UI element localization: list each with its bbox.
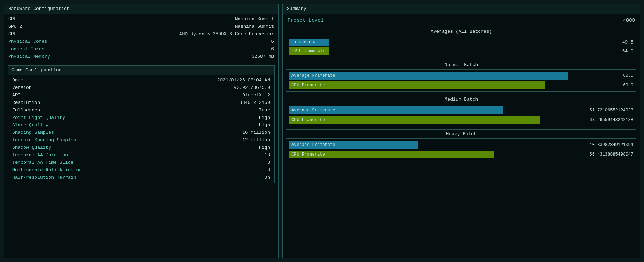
avg-cpu-value: 64.0 (622, 49, 633, 54)
game-config-row: FullscreenTrue (8, 106, 274, 114)
normal-avg-value: 60.5 (576, 73, 633, 78)
game-config-row-value: 3840 x 2160 (239, 100, 270, 105)
game-config-row-value: 18 (264, 152, 270, 158)
game-config-row: Date2021/01/26 08:04 AM (8, 76, 274, 84)
game-config-row-value: High (259, 145, 270, 150)
left-panel: Hardware Configuration GPUNashira Summit… (4, 4, 279, 258)
game-config-row-label: Resolution (12, 100, 40, 105)
hardware-row-value: 6 (271, 46, 274, 52)
game-config-row-value: 16 million (242, 130, 270, 135)
game-config-row-label: Terrain Shading Samples (12, 137, 76, 143)
medium-batch-section: Medium Batch Average Framerate 51.721065… (286, 95, 636, 126)
normal-avg-bar-label: Average Framerate (291, 73, 335, 78)
hardware-row: Physical Cores6 (4, 38, 278, 45)
game-config-row: Temporal AA Time Slice3 (8, 159, 274, 166)
normal-cpu-bar: CPU Framerate (289, 81, 545, 89)
game-config-row-value: On (264, 175, 270, 180)
medium-batch-content: Average Framerate 51.72106552124023 CPU … (286, 104, 636, 126)
avg-framerate-value: 49.5 (622, 40, 633, 45)
heavy-cpu-bar: CPU Framerate (289, 151, 494, 158)
normal-cpu-value: 69.9 (576, 83, 633, 88)
hardware-row-value: 32687 MB (252, 54, 274, 59)
normal-cpu-row: CPU Framerate 69.9 (289, 81, 633, 89)
medium-avg-row: Average Framerate 51.72106552124023 (289, 106, 633, 114)
game-config-row: Multisample Anti-Aliasing8 (8, 166, 274, 174)
game-config-row: APIDirectX 12 (8, 91, 274, 99)
game-config-row: Half-resolution TerrainOn (8, 174, 274, 181)
preset-value: 4800 (623, 17, 635, 23)
game-config-row: Versionv2.92.73675.0 (8, 84, 274, 91)
medium-avg-bar-label: Average Framerate (291, 108, 335, 113)
heavy-cpu-bar-container: CPU Framerate (289, 151, 574, 158)
game-config-row-value: v2.92.73675.0 (234, 85, 270, 90)
medium-cpu-bar-container: CPU Framerate (289, 116, 574, 124)
hardware-row-value: Nashira Summit (235, 16, 274, 22)
hardware-row-value: 6 (271, 39, 274, 44)
game-config-row-label: Glare Quality (12, 122, 48, 128)
game-config-row-label: Fullscreen (12, 107, 40, 113)
medium-cpu-row: CPU Framerate 67.26559448242188 (289, 116, 633, 124)
normal-cpu-bar-label: CPU Framerate (291, 83, 325, 88)
game-config-row-value: DirectX 12 (242, 92, 270, 98)
normal-batch-section: Normal Batch Average Framerate 60.5 CPU … (286, 60, 636, 92)
game-config-row-label: Shadow Quality (12, 145, 51, 150)
medium-cpu-bar-label: CPU Framerate (291, 117, 325, 122)
game-config-row-value: 8 (267, 167, 270, 173)
game-config-row-label: Date (12, 77, 23, 83)
preset-label: Preset Level (288, 17, 324, 23)
game-config-row-label: Version (12, 85, 32, 90)
game-config-row-label: Half-resolution Terrain (12, 175, 76, 180)
medium-cpu-bar: CPU Framerate (289, 116, 540, 124)
normal-avg-row: Average Framerate 60.5 (289, 72, 633, 80)
game-config-row-label: Shading Samples (12, 130, 54, 135)
normal-batch-title: Normal Batch (286, 60, 636, 70)
game-config-row: Terrain Shading Samples12 million (8, 136, 274, 144)
avg-framerate-row: Framerate 49.5 (289, 39, 633, 46)
game-config-row: Temporal AA Duration18 (8, 151, 274, 159)
game-config-section: Game Configuration Date2021/01/26 08:04 … (8, 65, 275, 183)
game-config-row: Shadow QualityHigh (8, 144, 274, 151)
game-config-row-label: Temporal AA Duration (12, 152, 68, 158)
game-config-row: Shading Samples16 million (8, 129, 274, 136)
avg-cpu-row: CPU Framerate 64.0 (289, 47, 633, 55)
summary-title: Summary (283, 4, 640, 14)
hardware-row-label: GPU 2 (8, 24, 22, 29)
hardware-row: GPUNashira Summit (4, 15, 278, 23)
hardware-row: CPUAMD Ryzen 5 3600X 6-Core Processor (4, 30, 278, 38)
hardware-row: GPU 2Nashira Summit (4, 23, 278, 30)
hardware-row-value: Nashira Summit (235, 24, 274, 29)
averages-content: Framerate 49.5 CPU Framerate 64.0 (286, 36, 636, 57)
medium-cpu-value: 67.26559448242188 (576, 117, 633, 122)
hardware-row-label: Physical Cores (8, 39, 47, 44)
hardware-row-label: GPU (8, 16, 16, 22)
hardware-row: Physical Memory32687 MB (4, 53, 278, 60)
hardware-row: Logical Cores6 (4, 45, 278, 53)
heavy-avg-bar: Average Framerate (289, 141, 418, 149)
averages-title: Averages (All Batches) (286, 27, 636, 36)
avg-cpu-label: CPU Framerate (289, 47, 329, 55)
game-config-title: Game Configuration (8, 66, 274, 75)
normal-avg-bar: Average Framerate (289, 72, 568, 80)
game-config-row-value: 12 million (242, 137, 270, 143)
hardware-row-label: Logical Cores (8, 46, 44, 52)
normal-cpu-bar-container: CPU Framerate (289, 81, 574, 89)
game-config-table: Date2021/01/26 08:04 AMVersionv2.92.7367… (8, 75, 274, 183)
heavy-batch-content: Average Framerate 40.33982849121094 CPU … (286, 139, 636, 161)
game-config-row-value: True (259, 107, 270, 113)
heavy-batch-title: Heavy Batch (286, 130, 636, 139)
right-panel: Summary Preset Level 4800 Averages (All … (282, 4, 640, 258)
heavy-avg-bar-label: Average Framerate (291, 142, 335, 147)
game-config-row-label: Point Light Quality (12, 115, 65, 120)
normal-avg-bar-container: Average Framerate (289, 72, 574, 80)
game-config-row-label: API (12, 92, 20, 98)
heavy-avg-bar-container: Average Framerate (289, 141, 574, 149)
medium-batch-title: Medium Batch (286, 95, 636, 104)
game-config-row-value: 2021/01/26 08:04 AM (217, 77, 270, 83)
medium-avg-value: 51.72106552124023 (576, 108, 633, 113)
heavy-batch-section: Heavy Batch Average Framerate 40.3398284… (286, 129, 636, 161)
hardware-row-label: Physical Memory (8, 54, 50, 59)
hardware-row-label: CPU (8, 31, 16, 37)
heavy-avg-value: 40.33982849121094 (576, 142, 633, 147)
medium-avg-bar-container: Average Framerate (289, 106, 574, 114)
game-config-row-label: Temporal AA Time Slice (12, 160, 74, 165)
